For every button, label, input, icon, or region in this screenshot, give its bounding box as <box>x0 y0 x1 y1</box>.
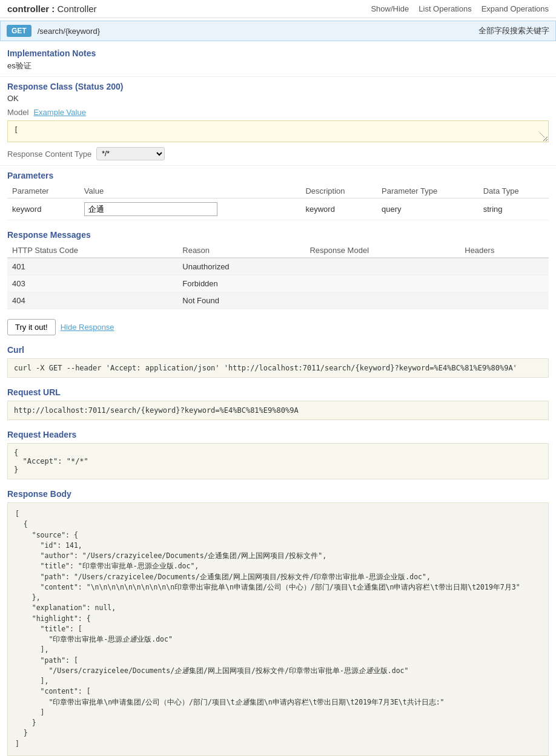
param-type: query <box>377 199 478 220</box>
model-label: Model <box>7 108 28 117</box>
brand-thin: Controller <box>58 4 97 14</box>
resize-handle: ⟍ <box>537 129 547 140</box>
header-nav: Show/Hide List Operations Expand Operati… <box>371 4 549 13</box>
request-headers-section: Request Headers { "Accept": "*/*" } <box>0 425 556 484</box>
headers <box>460 292 549 309</box>
reason: Forbidden <box>177 275 305 292</box>
parameters-title: Parameters <box>7 171 549 180</box>
col-reason: Reason <box>177 243 305 258</box>
response-model <box>305 275 460 292</box>
list-operations-link[interactable]: List Operations <box>419 4 471 13</box>
get-description: 全部字段搜索关键字 <box>478 25 549 36</box>
curl-value: curl -X GET --header 'Accept: applicatio… <box>7 358 549 378</box>
col-value: Value <box>79 184 301 199</box>
param-name: keyword <box>7 199 79 220</box>
response-content-type-row: Response Content Type */* application/js… <box>7 147 549 160</box>
expand-operations-link[interactable]: Expand Operations <box>482 4 549 13</box>
col-http-status: HTTP Status Code <box>7 243 177 258</box>
status-code: 404 <box>7 292 177 309</box>
param-description: keyword <box>300 199 377 220</box>
status-code: 403 <box>7 275 177 292</box>
response-messages-section: Response Messages HTTP Status Code Reaso… <box>0 225 556 314</box>
response-body-title: Response Body <box>7 489 549 499</box>
brand: controller : Controller <box>7 4 97 14</box>
param-value[interactable] <box>79 199 301 220</box>
implementation-notes-title: Implementation Notes <box>7 48 549 58</box>
implementation-notes-text: es验证 <box>7 61 549 71</box>
response-model <box>305 258 460 275</box>
response-body-value: [ { "source": { "id": 141, "author": "/U… <box>7 502 549 756</box>
col-headers: Headers <box>460 243 549 258</box>
rct-select[interactable]: */* application/json text/plain <box>96 147 165 160</box>
param-data-type: string <box>478 199 549 220</box>
curl-section: Curl curl -X GET --header 'Accept: appli… <box>0 340 556 383</box>
request-url-title: Request URL <box>7 387 549 397</box>
col-data-type: Data Type <box>478 184 549 199</box>
example-value-tab[interactable]: Example Value <box>33 108 85 117</box>
response-class-status: OK <box>7 94 549 103</box>
table-row: 404 Not Found <box>7 292 549 309</box>
table-row: 403 Forbidden <box>7 275 549 292</box>
request-headers-value: { "Accept": "*/*" } <box>7 443 549 479</box>
top-header: controller : Controller Show/Hide List O… <box>0 0 556 18</box>
hide-response-link[interactable]: Hide Response <box>61 323 114 332</box>
param-value-input[interactable] <box>84 202 217 216</box>
parameters-table: Parameter Value Description Parameter Ty… <box>7 184 549 220</box>
reason: Not Found <box>177 292 305 309</box>
reason: Unauthorized <box>177 258 305 275</box>
action-row: Try it out! Hide Response <box>0 314 556 340</box>
col-description: Description <box>300 184 377 199</box>
request-url-section: Request URL http://localhost:7011/search… <box>0 383 556 425</box>
brand-separator: : <box>49 4 57 14</box>
response-class-title: Response Class (Status 200) <box>7 82 549 91</box>
col-parameter: Parameter <box>7 184 79 199</box>
status-code: 401 <box>7 258 177 275</box>
curl-title: Curl <box>7 345 549 355</box>
parameters-section: Parameters Parameter Value Description P… <box>0 166 556 225</box>
response-messages-title: Response Messages <box>7 230 549 240</box>
implementation-notes-section: Implementation Notes es验证 <box>0 44 556 77</box>
request-headers-title: Request Headers <box>7 430 549 439</box>
headers <box>460 275 549 292</box>
headers <box>460 258 549 275</box>
example-value-box: [ ⟍ <box>7 120 549 142</box>
col-response-model: Response Model <box>305 243 460 258</box>
get-badge: GET <box>7 25 31 37</box>
col-parameter-type: Parameter Type <box>377 184 478 199</box>
rct-label: Response Content Type <box>7 150 91 159</box>
brand-bold: controller <box>7 4 49 14</box>
request-url-value: http://localhost:7011/search/{keyword}?k… <box>7 401 549 420</box>
get-bar[interactable]: GET /search/{keyword} 全部字段搜索关键字 <box>0 21 556 41</box>
get-path: /search/{keyword} <box>38 27 478 36</box>
response-messages-table: HTTP Status Code Reason Response Model H… <box>7 243 549 309</box>
table-row: 401 Unauthorized <box>7 258 549 275</box>
try-it-button[interactable]: Try it out! <box>7 319 56 335</box>
response-class-section: Response Class (Status 200) OK Model Exa… <box>0 77 556 166</box>
table-row: keyword keyword query string <box>7 199 549 220</box>
response-body-section: Response Body [ { "source": { "id": 141,… <box>0 484 556 756</box>
response-model <box>305 292 460 309</box>
show-hide-link[interactable]: Show/Hide <box>371 4 409 13</box>
